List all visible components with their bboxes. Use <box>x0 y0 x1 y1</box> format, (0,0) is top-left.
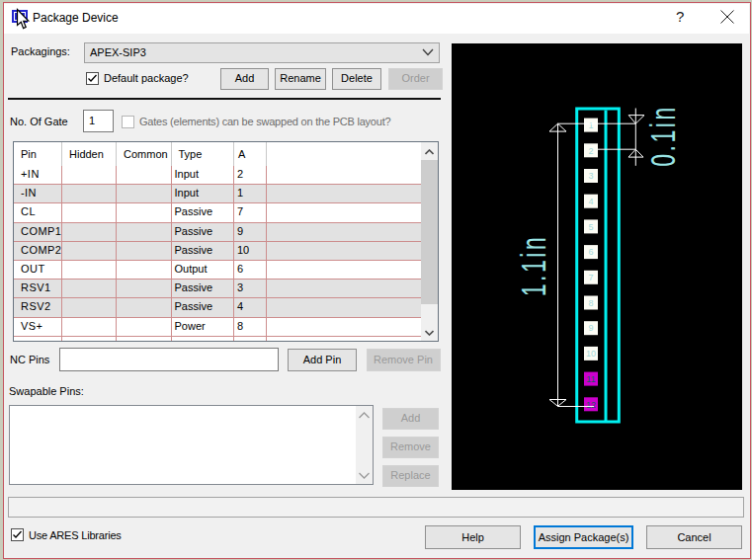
svg-text:11: 11 <box>586 374 595 384</box>
svg-text:5: 5 <box>588 222 593 232</box>
svg-text:7: 7 <box>588 273 593 282</box>
svg-text:12: 12 <box>586 400 596 410</box>
svg-text:0.1in: 0.1in <box>643 105 682 166</box>
svg-text:3: 3 <box>588 171 593 181</box>
svg-text:8: 8 <box>588 298 593 308</box>
svg-text:9: 9 <box>588 323 593 333</box>
svg-text:1: 1 <box>588 120 593 130</box>
svg-text:6: 6 <box>588 247 593 257</box>
svg-text:1.1in: 1.1in <box>514 235 552 296</box>
svg-text:10: 10 <box>586 349 596 359</box>
svg-text:4: 4 <box>588 197 593 206</box>
svg-text:2: 2 <box>588 146 593 156</box>
